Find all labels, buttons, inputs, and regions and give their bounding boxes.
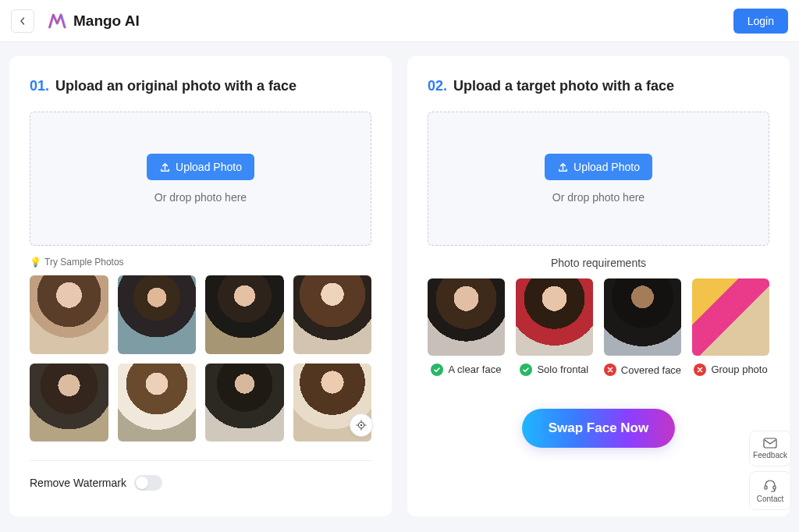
original-dropzone[interactable]: Upload Photo Or drop photo here xyxy=(30,112,371,246)
svg-rect-2 xyxy=(764,438,776,448)
step-1-title: 01. Upload an original photo with a face xyxy=(30,78,371,94)
requirement-label-3: Covered face xyxy=(621,364,681,376)
step-2-title: 02. Upload a target photo with a face xyxy=(428,78,769,94)
requirement-label-1: A clear face xyxy=(448,364,501,375)
try-samples-label: 💡 Try Sample Photos xyxy=(30,257,371,268)
requirements-title: Photo requirements xyxy=(428,257,769,269)
swap-face-button[interactable]: Swap Face Now xyxy=(522,409,675,448)
upload-original-label: Upload Photo xyxy=(176,161,242,173)
svg-point-1 xyxy=(360,424,362,426)
step-1-text: Upload an original photo with a face xyxy=(55,78,297,94)
login-button[interactable]: Login xyxy=(733,9,788,34)
app-header: Mango AI Login xyxy=(0,0,799,42)
feedback-label: Feedback xyxy=(753,451,787,459)
sample-photo-7[interactable] xyxy=(205,364,284,442)
target-photo-panel: 02. Upload a target photo with a face Up… xyxy=(407,56,790,516)
crosshair-icon xyxy=(356,420,367,431)
requirement-label-2: Solo frontal xyxy=(537,364,588,375)
upload-target-button[interactable]: Upload Photo xyxy=(545,154,652,180)
remove-watermark-toggle[interactable] xyxy=(134,475,162,491)
back-button[interactable] xyxy=(11,9,34,33)
upload-original-button[interactable]: Upload Photo xyxy=(147,154,254,180)
svg-rect-4 xyxy=(773,486,776,489)
original-photo-panel: 01. Upload an original photo with a face… xyxy=(9,56,392,516)
upload-icon xyxy=(557,161,569,173)
sample-photo-3[interactable] xyxy=(205,275,284,354)
envelope-icon xyxy=(763,438,777,449)
step-1-number: 01. xyxy=(30,78,49,94)
main-content: 01. Upload an original photo with a face… xyxy=(0,42,799,516)
target-dropzone[interactable]: Upload Photo Or drop photo here xyxy=(428,112,769,246)
requirement-label-4: Group photo xyxy=(711,364,767,375)
sample-photo-1[interactable] xyxy=(30,275,108,354)
requirement-covered-face: Covered face xyxy=(604,278,681,376)
cross-icon xyxy=(694,364,706,376)
lightbulb-icon: 💡 xyxy=(30,257,41,268)
requirement-thumb-4 xyxy=(692,278,769,356)
requirement-thumb-3 xyxy=(604,278,681,356)
check-icon xyxy=(520,364,532,376)
feedback-button[interactable]: Feedback xyxy=(749,431,791,466)
check-icon xyxy=(431,364,443,376)
divider xyxy=(30,460,371,461)
target-drop-hint: Or drop photo here xyxy=(552,191,645,204)
sample-photo-5[interactable] xyxy=(30,364,108,442)
remove-watermark-label: Remove Watermark xyxy=(30,477,126,489)
requirement-thumb-2 xyxy=(516,278,593,356)
sample-photo-6[interactable] xyxy=(118,364,197,442)
sample-photo-2[interactable] xyxy=(118,275,197,354)
remove-watermark-row: Remove Watermark xyxy=(30,475,371,491)
step-2-text: Upload a target photo with a face xyxy=(453,78,674,94)
requirements-grid: A clear face Solo frontal Covered face xyxy=(428,278,769,376)
logo-mark-icon xyxy=(47,11,67,31)
headset-icon xyxy=(763,478,777,492)
contact-label: Contact xyxy=(757,495,783,503)
brand-logo[interactable]: Mango AI xyxy=(47,11,140,31)
cross-icon xyxy=(604,364,616,376)
requirement-thumb-1 xyxy=(428,278,505,356)
contact-button[interactable]: Contact xyxy=(749,471,791,510)
sample-grid xyxy=(30,275,371,442)
chevron-left-icon xyxy=(19,17,27,25)
requirement-solo-frontal: Solo frontal xyxy=(516,278,593,376)
upload-icon xyxy=(159,161,171,173)
locate-button[interactable] xyxy=(350,413,373,437)
step-2-number: 02. xyxy=(428,78,447,94)
floating-actions: Feedback Contact xyxy=(749,431,791,510)
brand-name: Mango AI xyxy=(73,12,140,30)
original-drop-hint: Or drop photo here xyxy=(154,191,247,204)
svg-rect-3 xyxy=(765,486,767,489)
upload-target-label: Upload Photo xyxy=(574,161,640,173)
requirement-clear-face: A clear face xyxy=(428,278,505,376)
sample-photo-4[interactable] xyxy=(293,275,372,354)
requirement-group-photo: Group photo xyxy=(692,278,769,376)
